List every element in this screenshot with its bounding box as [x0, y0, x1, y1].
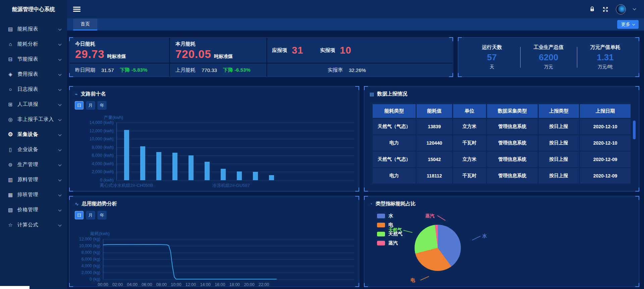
sidebar-item-6[interactable]: ◎非上报手工录入: [0, 112, 67, 127]
trend-line-icon: ∿: [75, 201, 79, 207]
kpi-actual-value: 10: [340, 45, 351, 56]
period-tab-年[interactable]: 年: [98, 211, 106, 219]
panel-title: 总用能趋势分析: [82, 201, 117, 207]
leader-line: [403, 230, 413, 233]
data-report-panel: ▤ 数据上报情况 能耗类型能耗值单位数据采集类型上报类型上报日期 天然气（气态）…: [364, 86, 639, 192]
bar-9: [269, 175, 274, 180]
tab-home[interactable]: 首页: [73, 18, 97, 30]
y-tick: 6,000 (kwh): [73, 153, 114, 158]
sidebar-item-11[interactable]: ▦排班管理: [0, 187, 67, 202]
y-axis-line: [116, 123, 117, 180]
chevron-down-icon: [58, 163, 62, 166]
leader-line: [472, 236, 481, 240]
hamburger-menu-icon[interactable]: [73, 5, 80, 13]
sidebar-item-13[interactable]: ☆计算公式: [0, 217, 67, 232]
branch-top10-panel: ⌁ 支路前十名 日月年 产量(kwh)14,000 (kwh)12,000 (k…: [69, 86, 359, 192]
table-scrollbar-thumb[interactable]: [633, 121, 636, 139]
sidebar-item-7[interactable]: ⚙采集设备: [0, 127, 67, 142]
y-tick: 0 (kwh): [73, 178, 114, 183]
period-tabs: 日月年: [75, 101, 106, 110]
leader-line: [420, 276, 429, 280]
sidebar-item-10[interactable]: ▥原料管理: [0, 172, 67, 187]
stat-0: 运行天数57天: [464, 44, 520, 70]
user-avatar[interactable]: [616, 4, 626, 14]
chevron-down-icon: [58, 103, 62, 106]
sidebar-item-12[interactable]: ▧价格管理: [0, 202, 67, 217]
table-row-0: 天然气（气态）13839立方米管理信息系统按日上报2020-12-10: [373, 119, 631, 134]
sidebar-item-0[interactable]: ▤能耗报表: [0, 21, 67, 37]
kpi-today-unit: 吨标准煤: [107, 54, 126, 60]
panel-title: 数据上报情况: [377, 91, 407, 97]
bar-0: [124, 130, 129, 180]
table-row-3: 电力118112千瓦时管理信息系统按日上报2020-12-09: [373, 168, 631, 184]
kpi-rate: 实报率 32.26%: [267, 64, 452, 77]
branch-icon: ⌁: [75, 91, 77, 97]
col-header-0: 能耗类型: [373, 104, 416, 118]
bar-8: [253, 172, 258, 180]
top-header: [67, 0, 644, 18]
trend-line-series: [69, 196, 359, 287]
chevron-down-icon: [58, 193, 62, 197]
sidebar-item-8[interactable]: ▯企业设备: [0, 142, 67, 157]
more-button[interactable]: 更多: [617, 20, 639, 29]
legend-swatch: [377, 223, 385, 227]
pie-label-蒸汽: 蒸汽: [425, 213, 434, 219]
app-window: 能源管理中心系统 ▤能耗报表⌂能耗分析⊟节能报表◈费用报表○日志报表⊞人工填报◎…: [0, 0, 644, 289]
x-time-label-6: 12:00: [185, 282, 196, 287]
panel-title: 类型指标能耗占比: [375, 201, 416, 207]
col-header-2: 单位: [453, 104, 486, 118]
period-tab-日[interactable]: 日: [75, 101, 84, 110]
gridline: [116, 180, 354, 180]
sidebar-item-5[interactable]: ⊞人工填报: [0, 97, 67, 112]
period-tab-年[interactable]: 年: [98, 101, 106, 110]
report-table: 能耗类型能耗值单位数据采集类型上报类型上报日期 天然气（气态）13839立方米管…: [372, 103, 632, 185]
device-mobile-icon: ▯: [7, 147, 13, 153]
y-tick: 8,000 (kwh): [73, 145, 114, 150]
pie-graphic: [415, 225, 461, 271]
legend-swatch: [377, 232, 385, 236]
period-tab-月[interactable]: 月: [86, 211, 95, 219]
chevron-down-icon[interactable]: [633, 7, 636, 10]
stat-2: 万元产值单耗1.31万元/吨: [577, 44, 634, 70]
table-header-row: 能耗类型能耗值单位数据采集类型上报类型上报日期: [373, 104, 631, 118]
sidebar-item-1[interactable]: ⌂能耗分析: [0, 37, 67, 52]
fullscreen-icon[interactable]: [602, 6, 608, 12]
kpi-month-label: 本月能耗: [175, 41, 261, 47]
gear-icon: ⚙: [7, 131, 13, 138]
y-tick: 10,000 (kwh): [73, 137, 114, 141]
pie-label-电: 电: [411, 277, 415, 283]
sidebar-item-3[interactable]: ◈费用报表: [0, 67, 67, 82]
report-calendar-icon: ▤: [7, 26, 13, 32]
kpi-actual-label: 实报项: [320, 47, 335, 54]
leader-line: [437, 215, 446, 221]
tab-bar: 首页 更多: [67, 18, 644, 30]
saving-report-icon: ⊟: [7, 56, 13, 62]
kpi-today-card: 今日能耗 29.73 吨标准煤: [70, 38, 169, 63]
x-time-label-7: 14:00: [200, 282, 211, 287]
chevron-down-icon: [58, 178, 62, 182]
col-header-4: 上报类型: [539, 104, 579, 118]
sidebar-item-4[interactable]: ○日志报表: [0, 82, 67, 97]
kpi-due-value: 31: [292, 45, 303, 56]
x-time-label-11: 22:00: [259, 282, 269, 287]
sidebar-item-9[interactable]: ⊜生产管理: [0, 157, 67, 172]
trend-panel: ∿ 总用能趋势分析 日月年 能耗(kwh)12,000 (kg)10,000 (…: [69, 196, 359, 287]
kpi-today-label: 今日能耗: [75, 41, 164, 47]
period-tab-日[interactable]: 日: [75, 211, 84, 219]
pie-panel: ◔ 类型指标能耗占比 水电天然气蒸汽 水电天然气蒸汽: [364, 196, 639, 287]
x-time-label-4: 08:00: [156, 282, 167, 287]
table-row-2: 天然气（气态）15042立方米管理信息系统按日上报2020-12-09: [373, 152, 631, 167]
table-row-1: 电力120440千瓦时管理信息系统按日上报2020-12-10: [373, 135, 631, 151]
legend-swatch: [377, 241, 385, 245]
legend-item-水[interactable]: 水: [377, 213, 402, 219]
chevron-down-icon: [58, 133, 62, 136]
legend-item-蒸汽[interactable]: 蒸汽: [377, 240, 402, 246]
sidebar-item-2[interactable]: ⊟节能报表: [0, 52, 67, 67]
x-time-label-9: 18:00: [229, 282, 240, 287]
period-tab-月[interactable]: 月: [86, 101, 95, 110]
pie-label-天然气: 天然气: [388, 227, 402, 233]
cost-shield-icon: ◈: [7, 71, 13, 77]
lock-icon[interactable]: [589, 6, 595, 12]
price-icon: ▧: [7, 207, 13, 213]
gridline: [116, 155, 354, 156]
